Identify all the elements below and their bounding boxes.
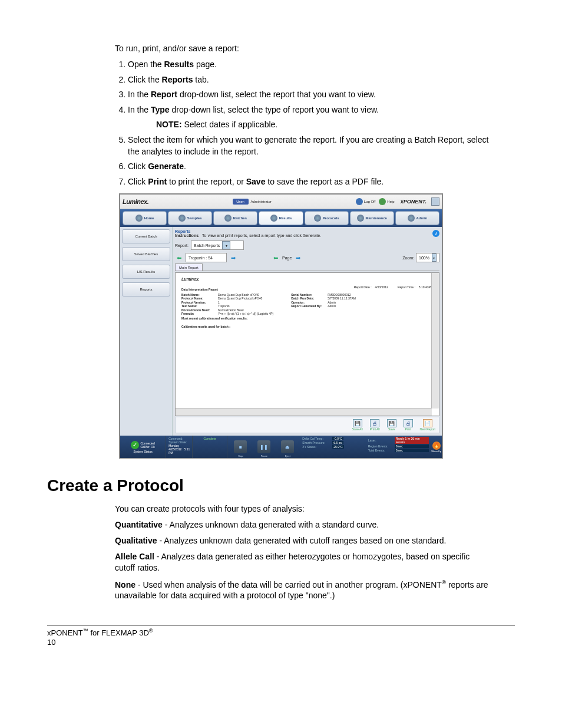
- tm-mark: ™: [83, 628, 88, 634]
- t: 100%: [419, 256, 429, 260]
- t: to print the report, or: [167, 177, 246, 186]
- scrollbar-vertical[interactable]: [431, 273, 439, 409]
- report-left-col: Batch Name:Demo Quant Dup Batch xPO40 Pr…: [181, 293, 273, 329]
- panel-header: Reports InstructionsTo view and print re…: [175, 229, 439, 238]
- t: Report Generated By:: [291, 304, 325, 308]
- report-dropdown[interactable]: Batch Reports▾: [191, 241, 244, 250]
- samples-icon: [178, 215, 186, 222]
- t: Eject: [285, 454, 290, 457]
- help-button[interactable]: Help: [379, 198, 394, 205]
- prev-type-button[interactable]: ⬅: [175, 254, 183, 261]
- type-dropdown[interactable]: Troponin : 54: [186, 253, 227, 262]
- new-report-button[interactable]: 📄New Report: [420, 419, 435, 431]
- chevron-down-icon: ▾: [432, 253, 437, 262]
- t: xPONENT: [47, 629, 83, 638]
- tab-samples[interactable]: Samples: [168, 211, 212, 225]
- side-lis-results[interactable]: LIS Results: [122, 265, 170, 279]
- t: Admin: [416, 216, 428, 220]
- t: Calibration results used for batch :: [181, 325, 230, 329]
- save-button[interactable]: 💾Save: [387, 419, 396, 431]
- t: Troponin : 54: [189, 256, 213, 260]
- new-report-icon: 📄: [423, 419, 432, 427]
- step-6: Click Generate.: [128, 161, 491, 173]
- zoom-dropdown[interactable]: 100%▾: [416, 253, 439, 262]
- t: Sheath Pressure:: [302, 441, 330, 444]
- info-icon[interactable]: i: [432, 230, 439, 237]
- t: Open the: [128, 60, 164, 69]
- step-2: Click the Reports tab.: [128, 74, 491, 86]
- results-icon: [270, 215, 277, 222]
- t: Admin: [328, 304, 336, 308]
- steps-list: Open the Results page. Click the Reports…: [115, 59, 491, 187]
- t: for FLEXMAP 3D: [88, 629, 149, 638]
- next-type-button[interactable]: ➡: [229, 254, 237, 261]
- print-all-button[interactable]: 🖨Print All: [370, 419, 380, 431]
- side-current-batch[interactable]: Current Batch: [122, 229, 170, 243]
- side-reports[interactable]: Reports: [122, 282, 170, 297]
- t: Report Date :: [354, 285, 372, 292]
- t: Print: [148, 177, 167, 186]
- report-label: Report:: [175, 243, 189, 248]
- t: Reports: [162, 75, 193, 84]
- pause-button[interactable]: ❚❚Pause: [257, 440, 270, 453]
- t: Click: [128, 162, 148, 171]
- t: - Analyzes data generated as either hete…: [115, 552, 470, 572]
- print-button[interactable]: 🖨Print: [404, 419, 413, 431]
- t: Save: [388, 427, 395, 431]
- t: Report: [151, 90, 177, 99]
- allele-call-para: Allele Call - Analyzes data generated as…: [115, 551, 491, 574]
- next-page-button[interactable]: ➡: [294, 254, 302, 261]
- step-5: Select the item for which you want to ge…: [128, 134, 491, 157]
- step-3: In the Report drop-down list, select the…: [128, 89, 491, 101]
- window-control-icon[interactable]: [431, 197, 439, 206]
- stop-button[interactable]: ■Stop: [234, 440, 247, 453]
- step-7: Click Print to print the report, or Save…: [128, 176, 491, 188]
- t: Qualitative: [115, 536, 157, 545]
- t: In the: [128, 105, 151, 114]
- logoff-button[interactable]: Log Off: [356, 198, 376, 205]
- tab-admin[interactable]: Admin: [395, 211, 439, 225]
- panel-title: Reports: [175, 229, 321, 233]
- warmup-button[interactable]: 🔥 Warm Up: [431, 436, 442, 458]
- t: XY Status:: [302, 445, 330, 449]
- t: System Status: [133, 450, 152, 453]
- t: Complete: [204, 437, 216, 440]
- batches-icon: [224, 215, 232, 222]
- tab-protocols[interactable]: Protocols: [305, 211, 349, 225]
- status-system: ✓ConnectedCalVer: Ok System Status: [120, 436, 166, 458]
- tab-maintenance[interactable]: Maintenance: [350, 211, 394, 225]
- app-screenshot: Luminex. User: Administrator Log Off Hel…: [119, 193, 443, 459]
- page-number: 10: [47, 638, 515, 647]
- tab-results[interactable]: Results: [259, 211, 303, 225]
- help-icon: [379, 198, 386, 205]
- report-brand: Luminex.: [181, 276, 433, 282]
- t: Batch Reports: [194, 243, 220, 248]
- report-tab-main[interactable]: Main Report: [175, 263, 203, 271]
- tab-home[interactable]: Home: [123, 211, 167, 225]
- t: Laser:: [368, 439, 393, 442]
- t: Home: [144, 216, 154, 220]
- t: Generate: [148, 162, 184, 171]
- t: - Analyzes unknown data generated with c…: [157, 536, 447, 545]
- none-para: None - Used when analysis of the data wi…: [115, 578, 491, 601]
- main-panel: Reports InstructionsTo view and print re…: [173, 227, 442, 436]
- scrollbar-horizontal[interactable]: [176, 408, 432, 416]
- t: Region Events:: [368, 444, 393, 448]
- check-icon: ✓: [131, 441, 139, 449]
- xponent-brand: xPONENT.: [401, 199, 427, 205]
- reg-mark: ®: [149, 628, 153, 634]
- save-all-button[interactable]: 💾Save All: [352, 419, 363, 431]
- tab-batches[interactable]: Batches: [213, 211, 257, 225]
- t: Results: [164, 60, 194, 69]
- page-footer: xPONENT™ for FLEXMAP 3D® 10: [47, 625, 515, 646]
- prev-page-button[interactable]: ⬅: [272, 254, 280, 261]
- t: Monday 4/23/2012: [168, 444, 181, 451]
- eject-button[interactable]: ⏏Eject: [281, 440, 294, 453]
- note-text: Select dates if applicable.: [182, 120, 278, 129]
- t: - Used when analysis of the data will be…: [135, 579, 442, 589]
- t: Samples: [187, 216, 202, 220]
- side-saved-batches[interactable]: Saved Batches: [122, 247, 170, 261]
- t: Print: [405, 427, 411, 431]
- print-icon: 🖨: [404, 419, 413, 427]
- t: Maintenance: [366, 216, 387, 220]
